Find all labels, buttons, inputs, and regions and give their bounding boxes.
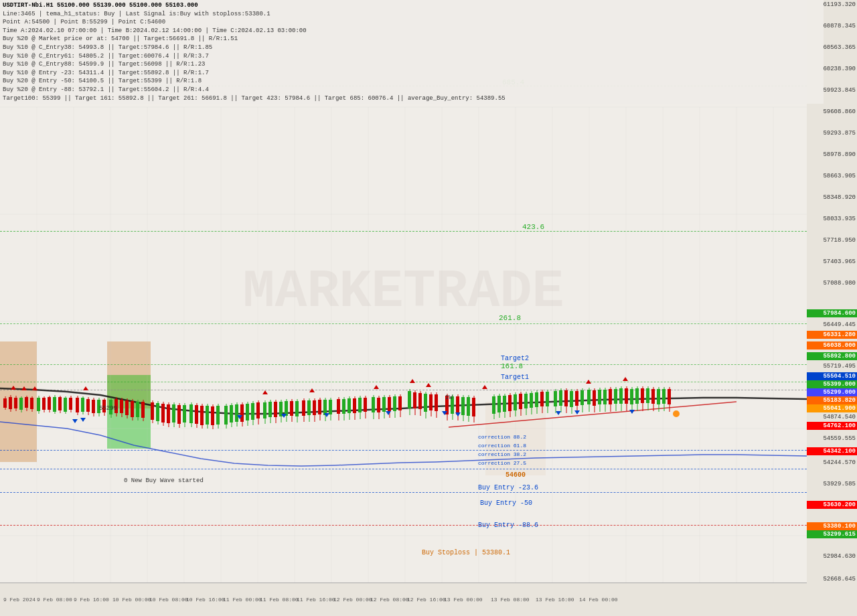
time-11feb-16: 11 Feb 16:00	[297, 597, 335, 603]
svg-rect-146	[337, 399, 340, 414]
price-60878: 60878.345	[823, 23, 856, 29]
header-line-2: Line:3465 | tema_h1_status: Buy | Last S…	[3, 10, 821, 19]
svg-rect-176	[424, 394, 427, 412]
svg-rect-162	[382, 397, 386, 412]
svg-rect-204	[519, 394, 522, 409]
svg-rect-172	[413, 392, 416, 408]
svg-rect-72	[125, 400, 129, 415]
svg-marker-262	[83, 386, 88, 390]
price-54559: 54559.555	[823, 435, 856, 442]
svg-rect-192	[472, 398, 475, 416]
svg-rect-250	[646, 388, 649, 403]
svg-rect-82	[156, 403, 159, 421]
header-line-3: Point A:54500 | Point B:55299 | Point C:…	[3, 18, 821, 27]
svg-rect-226	[580, 390, 584, 405]
svg-rect-104	[216, 406, 220, 425]
price-54244: 54244.570	[823, 459, 856, 466]
time-axis: 9 Feb 2024 9 Feb 08:00 9 Feb 16:00 10 Fe…	[0, 583, 807, 616]
svg-rect-258	[668, 389, 671, 404]
svg-rect-168	[398, 396, 402, 410]
svg-rect-248	[641, 388, 644, 403]
svg-rect-144	[329, 400, 332, 414]
price-58348: 58348.920	[823, 194, 856, 201]
price-55892: 55892.800	[807, 352, 857, 360]
svg-rect-236	[609, 389, 612, 404]
svg-rect-106	[224, 406, 228, 425]
svg-rect-112	[240, 404, 244, 422]
svg-rect-132	[295, 401, 299, 416]
ticker-symbol: USDTIRT-Nbi.H1 55100.000 55139.000 55100…	[3, 2, 198, 9]
svg-rect-218	[559, 390, 562, 406]
svg-text:161.8: 161.8	[501, 362, 523, 370]
svg-rect-216	[554, 391, 557, 406]
svg-rect-228	[587, 390, 591, 404]
price-58978: 58978.890	[823, 151, 856, 158]
svg-marker-279	[556, 411, 561, 415]
svg-rect-94	[189, 404, 193, 423]
svg-rect-130	[290, 401, 293, 416]
time-13feb-00: 13 Feb 00:00	[444, 597, 483, 603]
price-53929: 53929.585	[823, 481, 856, 487]
svg-rect-196	[497, 396, 501, 412]
price-57403: 57403.965	[823, 258, 856, 265]
header-line-10: Buy %20 @ Entry -50: 54100.5 || Target:5…	[3, 77, 821, 86]
svg-text:0 New Buy Wave started: 0 New Buy Wave started	[124, 477, 204, 484]
price-53630: 53630.200	[807, 501, 857, 509]
svg-rect-180	[435, 394, 438, 411]
time-10feb-08: 10 Feb 08:00	[149, 597, 188, 603]
chart-container: USDTIRT-Nbi.H1 55100.000 55139.000 55100…	[0, 0, 857, 616]
price-59923: 59923.845	[823, 87, 856, 94]
price-52984: 52984.630	[823, 553, 856, 560]
svg-point-300	[673, 410, 680, 417]
svg-text:correction 88.2: correction 88.2	[478, 434, 526, 440]
svg-rect-110	[235, 404, 238, 422]
svg-rect-194	[492, 396, 495, 414]
info-header: USDTIRT-Nbi.H1 55100.000 55139.000 55100…	[0, 0, 824, 104]
sell-signals	[11, 377, 628, 394]
svg-rect-56	[81, 398, 84, 412]
svg-rect-138	[313, 400, 316, 415]
svg-rect-102	[211, 406, 214, 425]
svg-rect-40	[37, 398, 40, 411]
svg-rect-58	[86, 399, 90, 412]
svg-rect-128	[285, 401, 288, 416]
svg-text:IW: IW	[445, 394, 453, 401]
price-58033: 58033.935	[823, 216, 856, 222]
header-line-7: Buy %10 @ C_Entry61: 54805.2 || Target:6…	[3, 52, 821, 61]
price-60563: 60563.365	[823, 44, 856, 51]
price-55504: 55504.510	[807, 372, 857, 380]
svg-rect-122	[268, 402, 272, 417]
svg-rect-230	[593, 390, 596, 406]
svg-text:Buy Entry -50: Buy Entry -50	[480, 499, 532, 507]
svg-rect-178	[429, 394, 433, 410]
svg-rect-240	[619, 388, 623, 404]
svg-rect-222	[570, 391, 573, 407]
svg-rect-38	[30, 398, 33, 409]
svg-marker-268	[482, 385, 487, 389]
header-line-1: USDTIRT-Nbi.H1 55100.000 55139.000 55100…	[3, 1, 821, 10]
svg-marker-267	[426, 383, 431, 387]
svg-text:Buy Entry -88.6: Buy Entry -88.6	[478, 522, 538, 529]
header-line-12: Target100: 55399 || Target 161: 55892.8 …	[3, 94, 821, 103]
svg-rect-214	[546, 392, 549, 406]
price-55299: 55299.000	[807, 388, 857, 396]
price-53380: 53380.100	[807, 522, 857, 530]
svg-rect-202	[514, 394, 517, 410]
svg-rect-252	[651, 389, 655, 404]
svg-rect-124	[274, 402, 277, 417]
svg-rect-208	[530, 393, 533, 408]
time-11feb-00: 11 Feb 00:00	[223, 597, 262, 603]
price-55041: 55041.900	[807, 404, 857, 412]
svg-text:423.6: 423.6	[522, 223, 544, 231]
svg-rect-174	[418, 393, 422, 409]
svg-text:Target1: Target1	[501, 374, 529, 381]
svg-rect-246	[635, 388, 639, 404]
svg-rect-224	[575, 391, 578, 406]
svg-rect-186	[456, 396, 459, 414]
time-9feb: 9 Feb 2024	[3, 597, 35, 603]
svg-marker-281	[629, 410, 635, 414]
header-line-8: Buy %10 @ C_Entry88: 54599.9 || Target:5…	[3, 60, 821, 69]
svg-rect-74	[131, 401, 134, 417]
svg-rect-84	[161, 404, 165, 422]
time-12feb-08: 12 Feb 08:00	[370, 597, 409, 603]
